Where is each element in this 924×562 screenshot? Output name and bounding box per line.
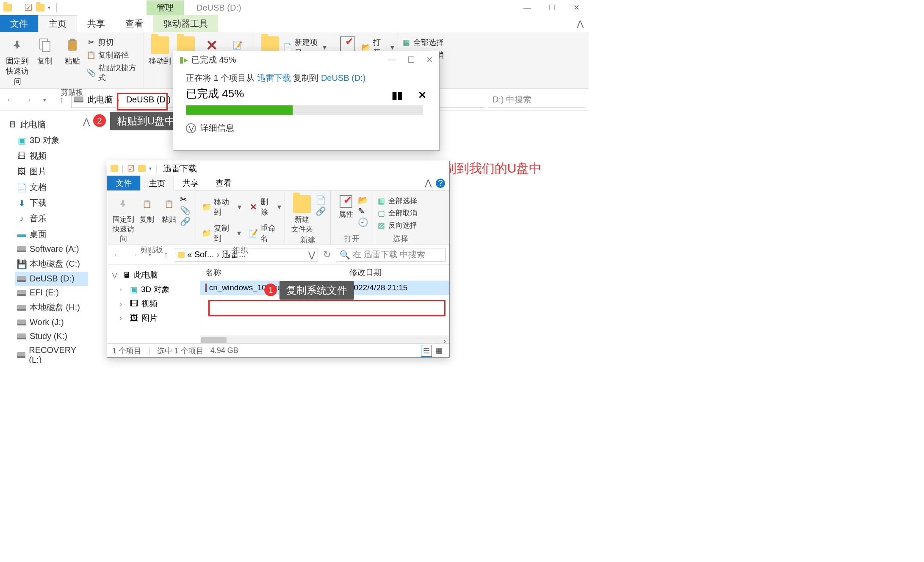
check-icon[interactable]: ☑	[24, 2, 33, 13]
copyto-button[interactable]: 📁复制到▾	[202, 222, 241, 244]
close-button[interactable]: ✕	[426, 55, 433, 65]
sidebar-item-video[interactable]: 🎞视频	[15, 148, 88, 164]
sidebar-item-pc[interactable]: 🖥此电脑	[6, 117, 88, 132]
sidebar-item-study[interactable]: Study (K:)	[15, 329, 88, 343]
cut-button[interactable]: ✂剪切	[86, 36, 140, 48]
chevron-down-icon[interactable]: ⋁	[308, 250, 315, 260]
search-box[interactable]: D:) 中搜索	[488, 92, 585, 108]
tab-drive-tools[interactable]: 驱动器工具	[153, 15, 218, 32]
copy-progress-dialog: ▮▸ 已完成 45% — ☐ ✕ 正在将 1 个项目从 迅雷下载 复制到 DeU…	[173, 51, 440, 151]
properties-button[interactable]: 属性	[334, 193, 358, 219]
folder-icon	[111, 165, 118, 172]
select-all-button[interactable]: ▦全部选择	[401, 36, 454, 48]
cut-icon[interactable]: ✂	[180, 194, 191, 204]
collapse-ribbon-icon[interactable]: ⋀	[572, 15, 589, 32]
deselect-button[interactable]: ▢全部取消	[376, 207, 425, 219]
dest-link[interactable]: DeUSB (D:)	[321, 73, 366, 83]
invert-button[interactable]: ▨反向选择	[376, 220, 425, 231]
copypath-icon[interactable]: 📎	[180, 205, 191, 215]
maximize-button[interactable]: ☐	[407, 55, 415, 65]
sidebar-item-software-a[interactable]: Software (A:)	[15, 242, 88, 256]
new-group-label: 新建	[288, 234, 327, 246]
dialog-title: 已完成 45%	[191, 54, 236, 66]
icons-view-icon[interactable]: ▦	[434, 345, 444, 357]
paste-shortcut-icon[interactable]: 🔗	[180, 216, 191, 226]
sidebar-item-pictures[interactable]: ›🖼图片	[119, 311, 200, 325]
svg-rect-2	[68, 40, 77, 51]
sidebar-item-c[interactable]: 💾本地磁盘 (C:)	[15, 256, 88, 272]
sidebar-item-documents[interactable]: 📄文档	[15, 179, 88, 195]
paste-shortcut-button[interactable]: 📎粘贴快捷方式	[86, 62, 140, 84]
maximize-button[interactable]: ☐	[539, 0, 564, 15]
refresh-button[interactable]: ↻	[320, 248, 334, 262]
copy-icon: ▮▸	[179, 55, 188, 65]
easy-access-icon[interactable]: 🔗	[315, 206, 326, 216]
horizontal-scrollbar[interactable]: ›	[200, 336, 449, 343]
manage-context-tab[interactable]: 管理	[147, 0, 184, 15]
moveto-button[interactable]: 📁移动到▾	[202, 196, 241, 218]
sidebar-item-music[interactable]: ♪音乐	[15, 211, 88, 226]
edit-icon[interactable]: ✎	[358, 206, 368, 216]
column-headers[interactable]: 名称 修改日期	[200, 264, 449, 281]
paste-button[interactable]: 📋粘贴	[158, 193, 180, 224]
minimize-button[interactable]: —	[515, 0, 539, 15]
moveto-button[interactable]: 移动到	[147, 34, 173, 66]
collapse-ribbon-icon[interactable]: ⋀	[425, 178, 432, 187]
newfolder-button[interactable]: 新建 文件夹	[288, 193, 315, 234]
pin-button[interactable]: 固定到 快速访问	[3, 34, 31, 86]
source-link[interactable]: 迅雷下载	[257, 73, 291, 83]
help-icon[interactable]: ?	[436, 179, 445, 188]
close-button[interactable]: ✕	[564, 0, 589, 15]
sidebar-item-h[interactable]: 本地磁盘 (H:)	[15, 300, 88, 315]
copy-button[interactable]: 📋复制	[136, 193, 158, 224]
secondary-explorer-window: | ☑ ▾ | 迅雷下载 文件 主页 共享 查看 ⋀? 固定到 快速访问 📋复制…	[107, 161, 450, 358]
sidebar-item-downloads[interactable]: ⬇下载	[15, 195, 88, 211]
details-view-icon[interactable]: ☰	[421, 345, 432, 357]
chevron-down-icon[interactable]: ▾	[48, 5, 50, 11]
minimize-button[interactable]: —	[388, 55, 396, 65]
sidebar-tree: 🖥此电脑 ▣3D 对象 🎞视频 🖼图片 📄文档 ⬇下载 ♪音乐 ▬桌面 Soft…	[0, 111, 88, 363]
sidebar-item-3d[interactable]: ▣3D 对象	[15, 132, 88, 148]
cancel-button[interactable]: ✕	[418, 89, 426, 101]
tab-file[interactable]: 文件	[107, 176, 140, 190]
rename-button[interactable]: 📝重命名	[249, 222, 281, 244]
clipboard-group-label: 剪贴板	[111, 244, 192, 256]
tab-view[interactable]: 查看	[207, 176, 240, 190]
sidebar-item-desktop[interactable]: ▬桌面	[15, 226, 88, 242]
tab-share[interactable]: 共享	[174, 176, 207, 190]
delete-button[interactable]: ✕删除▾	[249, 196, 281, 218]
progress-line: 正在将 1 个项目从 迅雷下载 复制到 DeUSB (D:)	[186, 72, 426, 84]
tab-home[interactable]: 主页	[38, 15, 77, 32]
pin-button[interactable]: 固定到 快速访问	[111, 193, 136, 244]
sidebar-item-pc[interactable]: ⋁🖥此电脑	[111, 268, 200, 282]
sidebar-item-recovery[interactable]: RECOVERY (L:)	[15, 343, 88, 363]
properties-button[interactable]	[334, 34, 361, 52]
search-box[interactable]: 🔍在 迅雷下载 中搜索	[336, 248, 446, 262]
copy-path-button[interactable]: 📋复制路径	[86, 49, 140, 61]
tab-file[interactable]: 文件	[0, 15, 38, 32]
col-name[interactable]: 名称	[205, 267, 349, 278]
pause-button[interactable]: ▮▮	[392, 89, 403, 101]
sidebar-item-video[interactable]: ›🎞视频	[119, 297, 200, 311]
new-item-icon[interactable]: 📄	[315, 195, 326, 205]
tab-view[interactable]: 查看	[115, 15, 153, 32]
sidebar-item-efi[interactable]: EFI (E:)	[15, 286, 88, 300]
chevron-down-icon[interactable]: ▾	[149, 165, 152, 171]
col-date[interactable]: 修改日期	[349, 267, 434, 278]
sidebar-item-deusb[interactable]: DeUSB (D:)	[15, 272, 88, 286]
paste-button[interactable]: 粘贴	[59, 34, 86, 66]
history-icon[interactable]: 🕘	[358, 217, 368, 227]
select-all-button[interactable]: ▦全部选择	[376, 195, 425, 207]
sidebar-item-pictures[interactable]: 🖼图片	[15, 164, 88, 179]
status-bar: 1 个项目 | 选中 1 个项目 4.94 GB ☰ ▦	[107, 343, 449, 358]
tab-share[interactable]: 共享	[77, 15, 115, 32]
item-count: 1 个项目	[112, 346, 141, 356]
chevron-collapse-icon[interactable]: ⋀	[83, 116, 91, 125]
sidebar-item-3d[interactable]: ›▣3D 对象	[119, 282, 200, 297]
details-toggle[interactable]: ⋁ 详细信息	[186, 122, 426, 134]
sidebar-item-work[interactable]: Work (J:)	[15, 315, 88, 329]
open-icon[interactable]: 📂	[358, 195, 368, 205]
tab-home[interactable]: 主页	[140, 176, 174, 191]
check-icon[interactable]: ☑	[127, 163, 135, 174]
copy-button[interactable]: 复制	[31, 34, 58, 66]
